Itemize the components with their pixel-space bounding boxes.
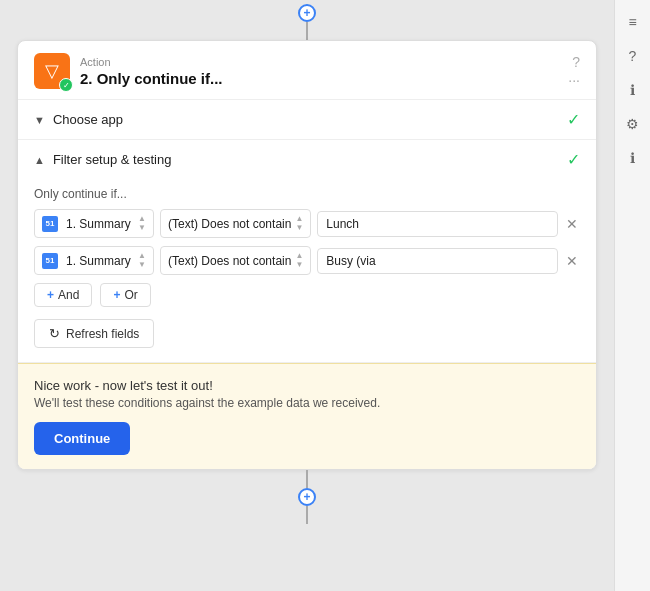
info-icon[interactable]: ℹ bbox=[619, 76, 647, 104]
help-icon[interactable]: ? bbox=[619, 42, 647, 70]
card-title: 2. Only continue if... bbox=[80, 70, 558, 87]
operator-select-2[interactable]: (Text) Does not contain ▲ ▼ bbox=[160, 246, 311, 275]
connector-line-bottom2 bbox=[306, 506, 308, 524]
value-input-2[interactable] bbox=[317, 248, 558, 274]
remove-button-2[interactable]: ✕ bbox=[564, 251, 580, 271]
check-badge: ✓ bbox=[59, 78, 73, 92]
field-label-1: 1. Summary bbox=[66, 217, 131, 231]
top-connector: + bbox=[298, 0, 316, 40]
value-input-1[interactable] bbox=[317, 211, 558, 237]
card-header: ▽ ✓ Action 2. Only continue if... ? ··· bbox=[18, 41, 596, 100]
only-continue-label: Only continue if... bbox=[34, 187, 580, 201]
filter-setup-section: ▲ Filter setup & testing ✓ Only continue… bbox=[18, 140, 596, 363]
field-arrows-1: ▲ ▼ bbox=[138, 215, 146, 232]
filter-setup-header-left: ▲ Filter setup & testing bbox=[34, 152, 171, 167]
and-button[interactable]: + And bbox=[34, 283, 92, 307]
choose-app-section: ▼ Choose app ✓ bbox=[18, 100, 596, 140]
filter-row: 51 1. Summary ▲ ▼ (Text) Does not contai… bbox=[34, 246, 580, 275]
and-plus-icon: + bbox=[47, 288, 54, 302]
filter-section-body: Only continue if... 51 1. Summary ▲ ▼ (T… bbox=[18, 179, 596, 362]
filter-icon: ▽ bbox=[45, 60, 59, 82]
field-icon-2: 51 bbox=[42, 253, 58, 269]
card-help-button[interactable]: ? bbox=[572, 55, 580, 69]
card-more-button[interactable]: ··· bbox=[568, 73, 580, 87]
add-top-button[interactable]: + bbox=[298, 4, 316, 22]
logic-buttons: + And + Or bbox=[34, 283, 580, 307]
main-area: + ▽ ✓ Action 2. Only continue if... ? ··… bbox=[0, 0, 614, 591]
settings-icon[interactable]: ⚙ bbox=[619, 110, 647, 138]
operator-select-1[interactable]: (Text) Does not contain ▲ ▼ bbox=[160, 209, 311, 238]
action-card: ▽ ✓ Action 2. Only continue if... ? ··· … bbox=[17, 40, 597, 470]
card-title-area: Action 2. Only continue if... bbox=[80, 56, 558, 87]
connector-line-bottom bbox=[306, 470, 308, 488]
app-icon: ▽ ✓ bbox=[34, 53, 70, 89]
chevron-down-icon: ▼ bbox=[34, 114, 45, 126]
or-label: Or bbox=[124, 288, 137, 302]
filter-setup-check-icon: ✓ bbox=[567, 150, 580, 169]
operator-label-2: (Text) Does not contain bbox=[168, 254, 291, 268]
card-header-icons: ? ··· bbox=[568, 55, 580, 87]
callout-line1: Nice work - now let's test it out! bbox=[34, 378, 580, 393]
filter-row: 51 1. Summary ▲ ▼ (Text) Does not contai… bbox=[34, 209, 580, 238]
filter-setup-label: Filter setup & testing bbox=[53, 152, 172, 167]
chevron-up-icon: ▲ bbox=[34, 154, 45, 166]
refresh-label: Refresh fields bbox=[66, 327, 139, 341]
choose-app-label: Choose app bbox=[53, 112, 123, 127]
choose-app-header-left: ▼ Choose app bbox=[34, 112, 123, 127]
field-icon-1: 51 bbox=[42, 216, 58, 232]
filter-setup-header[interactable]: ▲ Filter setup & testing ✓ bbox=[18, 140, 596, 179]
choose-app-check-icon: ✓ bbox=[567, 110, 580, 129]
about-icon[interactable]: ℹ bbox=[619, 144, 647, 172]
remove-button-1[interactable]: ✕ bbox=[564, 214, 580, 234]
or-plus-icon: + bbox=[113, 288, 120, 302]
connector-line-top bbox=[306, 22, 308, 40]
operator-arrows-1: ▲ ▼ bbox=[295, 215, 303, 232]
field-select-2[interactable]: 51 1. Summary ▲ ▼ bbox=[34, 246, 154, 275]
callout-section: Nice work - now let's test it out! We'll… bbox=[18, 363, 596, 469]
callout-line2: We'll test these conditions against the … bbox=[34, 396, 580, 410]
bottom-connector: + bbox=[298, 470, 316, 524]
field-arrows-2: ▲ ▼ bbox=[138, 252, 146, 269]
or-button[interactable]: + Or bbox=[100, 283, 150, 307]
operator-arrows-2: ▲ ▼ bbox=[295, 252, 303, 269]
refresh-icon: ↻ bbox=[49, 326, 60, 341]
menu-icon[interactable]: ≡ bbox=[619, 8, 647, 36]
add-bottom-button[interactable]: + bbox=[298, 488, 316, 506]
choose-app-header[interactable]: ▼ Choose app ✓ bbox=[18, 100, 596, 139]
and-label: And bbox=[58, 288, 79, 302]
field-select-1[interactable]: 51 1. Summary ▲ ▼ bbox=[34, 209, 154, 238]
right-sidebar: ≡ ? ℹ ⚙ ℹ bbox=[614, 0, 650, 591]
field-label-2: 1. Summary bbox=[66, 254, 131, 268]
operator-label-1: (Text) Does not contain bbox=[168, 217, 291, 231]
refresh-button[interactable]: ↻ Refresh fields bbox=[34, 319, 154, 348]
action-label: Action bbox=[80, 56, 558, 68]
continue-button[interactable]: Continue bbox=[34, 422, 130, 455]
